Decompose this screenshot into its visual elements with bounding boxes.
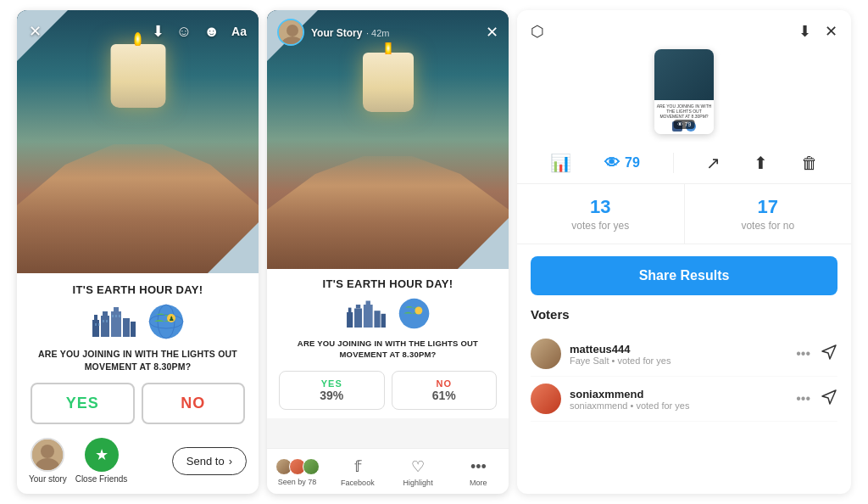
- stats-divider: [673, 153, 674, 173]
- svg-rect-33: [381, 314, 385, 328]
- download-icon[interactable]: ⬇: [152, 22, 164, 41]
- earth-hour-title: IT'S EARTH HOUR DAY!: [73, 283, 203, 296]
- voters-title: Voters: [531, 307, 837, 322]
- your-story-avatar: [31, 438, 64, 472]
- editor-top-bar: ✕ ⬇ ☺ ☻ Aa: [17, 10, 259, 48]
- voter-1-more-icon[interactable]: •••: [796, 346, 810, 361]
- stats-share-icon[interactable]: ⬆: [754, 153, 768, 173]
- preview-footer: Seen by 78 𝕗 Facebook ♡ Highlight ••• Mo…: [267, 448, 509, 494]
- text-icon[interactable]: Aa: [231, 25, 247, 38]
- earth-icons-row: ♟: [91, 303, 186, 341]
- svg-rect-10: [103, 320, 104, 322]
- editor-image-area: [17, 10, 259, 273]
- preview-close-icon[interactable]: ✕: [486, 23, 498, 42]
- svg-point-24: [287, 25, 298, 36]
- share-results-button[interactable]: Share Results: [531, 256, 837, 295]
- preview-earth-icons: [345, 297, 431, 331]
- stats-download-icon[interactable]: ⬇: [798, 22, 811, 41]
- voter-1-send-icon[interactable]: [821, 344, 837, 365]
- editor-content-area: IT'S EARTH HOUR DAY!: [17, 273, 259, 434]
- votes-no-label: votes for no: [685, 220, 852, 232]
- highlight-item[interactable]: ♡ Highlight: [388, 457, 448, 487]
- close-friends-label: Close Friends: [75, 474, 128, 484]
- svg-rect-32: [374, 311, 380, 328]
- stats-close-icon[interactable]: ✕: [825, 22, 837, 41]
- preview-header: Your Story · 42m ✕: [267, 10, 509, 51]
- svg-rect-5: [114, 307, 119, 311]
- close-friends-button[interactable]: ★ Close Friends: [75, 438, 128, 484]
- svg-rect-8: [95, 323, 97, 326]
- preview-poll-question: ARE YOU JOINING IN WITH THE LIGHTS OUT M…: [279, 338, 497, 361]
- svg-rect-0: [92, 320, 99, 337]
- svg-point-35: [415, 307, 422, 315]
- seen-by-item[interactable]: Seen by 78: [267, 458, 327, 486]
- svg-rect-11: [106, 320, 108, 322]
- send-to-button[interactable]: Send to ›: [172, 447, 247, 475]
- svg-rect-7: [131, 322, 136, 337]
- main-container: ✕ ⬇ ☺ ☻ Aa IT'S EART: [0, 0, 868, 504]
- story-editor-panel: ✕ ⬇ ☺ ☻ Aa IT'S EART: [17, 10, 259, 494]
- svg-rect-31: [365, 301, 370, 305]
- voter-1-name: matteus444: [570, 343, 796, 356]
- votes-yes-label: votes for yes: [517, 220, 684, 232]
- city-icon: [91, 303, 137, 337]
- editor-image-bg: [17, 10, 259, 273]
- seen-by-label: Seen by 78: [278, 478, 317, 486]
- poll-question: ARE YOU JOINING IN WITH THE LIGHTS OUT M…: [31, 348, 245, 372]
- thumb-text: ARE YOU JOINING IN WITH THE LIGHTS OUT M…: [656, 104, 712, 119]
- stats-thumbnail: ARE YOU JOINING IN WITH THE LIGHTS OUT M…: [654, 49, 714, 134]
- your-story-button[interactable]: Your story: [29, 438, 67, 484]
- views-eye-icon: 👁: [604, 154, 620, 172]
- voter-1-info: matteus444 Faye Salt • voted for yes: [570, 343, 796, 366]
- sticker-icon[interactable]: ☻: [203, 23, 220, 41]
- voter-1-actions: •••: [796, 344, 837, 365]
- seen-avatar-3: [303, 458, 320, 475]
- preview-poll-options: YES 39% NO 61%: [279, 371, 497, 410]
- svg-rect-6: [123, 318, 130, 337]
- poll-no-option[interactable]: NO: [142, 383, 246, 424]
- svg-rect-29: [355, 305, 359, 309]
- svg-rect-3: [103, 311, 108, 316]
- highlight-icon: ♡: [411, 457, 425, 476]
- preview-username: Your Story: [311, 27, 362, 39]
- thumb-eye-badge: 👁 79: [674, 120, 695, 129]
- svg-rect-13: [115, 315, 117, 317]
- voter-1-avatar: [531, 339, 561, 369]
- story-preview-panel: Your Story · 42m ✕ IT'S EARTH HOUR DAY!: [267, 10, 509, 494]
- more-item[interactable]: ••• More: [448, 458, 509, 487]
- voter-2-send-icon[interactable]: [821, 389, 837, 410]
- preview-user-info: Your Story · 42m: [311, 25, 389, 40]
- svg-rect-12: [112, 315, 114, 317]
- votes-no-section: 17 votes for no: [685, 184, 852, 244]
- vote-counts: 13 votes for yes 17 votes for no: [517, 184, 851, 244]
- stats-header-right-icons: ⬇ ✕: [798, 22, 837, 41]
- voter-2-avatar-img: [531, 384, 561, 414]
- preview-avatar: [277, 19, 304, 46]
- your-story-label: Your story: [29, 474, 67, 484]
- emoji-icon[interactable]: ☺: [176, 23, 192, 41]
- stats-delete-icon[interactable]: 🗑: [801, 154, 818, 173]
- voter-2-more-icon[interactable]: •••: [796, 391, 810, 406]
- poll-options: YES NO: [31, 383, 245, 424]
- stats-settings-icon[interactable]: ⬡: [531, 22, 544, 41]
- close-icon[interactable]: ✕: [29, 22, 42, 41]
- voter-2-info: soniaxmmend soniaxmmend • voted for yes: [570, 388, 796, 411]
- seen-by-avatars: [275, 458, 320, 475]
- facebook-label: Facebook: [341, 479, 375, 487]
- svg-rect-26: [347, 312, 353, 328]
- svg-rect-9: [98, 323, 100, 326]
- editor-bottom-bar: Your story ★ Close Friends Send to ›: [17, 429, 259, 494]
- editor-icons-right: ⬇ ☺ ☻ Aa: [152, 22, 247, 41]
- preview-content-area: IT'S EARTH HOUR DAY!: [267, 269, 509, 418]
- preview-city-icon: [345, 297, 387, 328]
- thumb-eye-count: 79: [685, 121, 692, 127]
- stats-trend-icon[interactable]: ↗: [706, 153, 721, 173]
- facebook-share-item[interactable]: 𝕗 Facebook: [327, 457, 387, 487]
- votes-yes-section: 13 votes for yes: [517, 184, 685, 244]
- thumb-image-bg: [654, 49, 714, 100]
- voter-1-detail: Faye Salt • voted for yes: [570, 356, 796, 366]
- voter-2-detail: soniaxmmend • voted for yes: [570, 400, 796, 411]
- poll-yes-option[interactable]: YES: [31, 383, 135, 424]
- stats-bar-chart-icon[interactable]: 📊: [550, 153, 571, 173]
- voter-row: matteus444 Faye Salt • voted for yes •••: [531, 332, 837, 377]
